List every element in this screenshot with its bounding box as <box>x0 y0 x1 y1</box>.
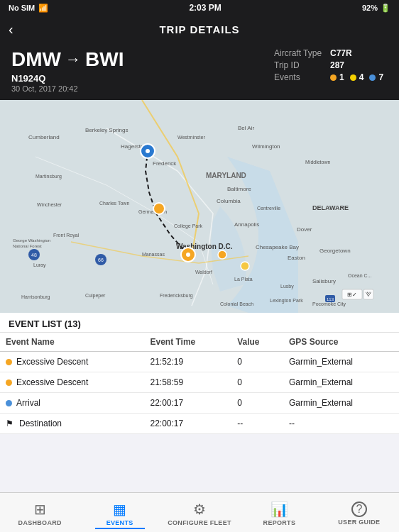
svg-text:Columbia: Columbia <box>217 198 241 204</box>
svg-text:DELAWARE: DELAWARE <box>312 204 349 211</box>
event-name-cell-2: Arrival <box>0 393 144 414</box>
svg-text:Georgetown: Georgetown <box>319 248 351 254</box>
nav-dashboard[interactable]: ⊞ DASHBOARD <box>0 497 80 529</box>
reports-icon: 📊 <box>270 501 288 518</box>
events-icon: ▦ <box>113 501 126 518</box>
configure-icon: ⚙ <box>193 501 206 518</box>
trip-id-row: Trip ID 287 <box>274 60 388 70</box>
svg-text:Westminster: Westminster <box>177 135 205 140</box>
scrollable-content[interactable]: EVENT LIST (13) Event Name Event Time Va… <box>0 313 399 492</box>
table-row: Excessive Descent21:52:190Garmin_Externa… <box>0 352 399 372</box>
col-gps-source: GPS Source <box>283 333 399 352</box>
nav-user-guide-label: USER GUIDE <box>338 519 380 526</box>
svg-text:Martinsburg: Martinsburg <box>35 174 62 179</box>
svg-text:Manassas: Manassas <box>142 252 165 257</box>
svg-point-53 <box>146 149 150 153</box>
svg-point-55 <box>218 250 226 259</box>
svg-text:Bel Air: Bel Air <box>238 125 254 131</box>
svg-text:Lusby: Lusby <box>280 284 294 289</box>
orange-count: 1 <box>339 72 344 82</box>
svg-text:Baltimore: Baltimore <box>227 186 251 192</box>
event-list-section: EVENT LIST (13) Event Name Event Time Va… <box>0 313 399 434</box>
flag-icon: ⚑ <box>6 419 13 428</box>
battery-label: 92% <box>362 4 378 12</box>
event-name-text-0: Excessive Descent <box>16 357 88 367</box>
svg-text:Culpeper: Culpeper <box>85 293 106 299</box>
event-name-cell-3: ⚑Destination <box>0 414 144 434</box>
event-name-wrapper-1: Excessive Descent <box>6 377 138 387</box>
events-dots: 1 4 7 <box>330 72 383 82</box>
back-button[interactable]: ‹ <box>9 21 13 38</box>
svg-text:Ocean C...: Ocean C... <box>348 273 372 278</box>
yellow-dot <box>350 74 356 81</box>
svg-text:Colonial Beach: Colonial Beach <box>220 301 253 306</box>
svg-text:Charles Town: Charles Town <box>99 201 129 206</box>
svg-text:Berkeley Springs: Berkeley Springs <box>85 127 128 133</box>
nav-reports[interactable]: 📊 REPORTS <box>239 497 319 529</box>
event-time-0: 21:52:19 <box>144 352 231 372</box>
battery-icon: 🔋 <box>381 4 390 13</box>
col-value: Value <box>231 333 283 352</box>
trip-id-label: Trip ID <box>274 60 327 70</box>
event-gps-0: Garmin_External <box>283 352 399 372</box>
svg-text:Easton: Easton <box>288 255 305 261</box>
trip-date: 30 Oct, 2017 20:42 <box>11 84 266 93</box>
aircraft-type-row: Aircraft Type C77R <box>274 48 388 58</box>
nav-reports-label: REPORTS <box>263 519 296 526</box>
table-row: ⚑Destination22:00:17---- <box>0 414 399 434</box>
svg-text:Salisbury: Salisbury <box>312 278 336 284</box>
event-name-cell-1: Excessive Descent <box>0 372 144 393</box>
trip-info: DMW → BWI N1924Q 30 Oct, 2017 20:42 Airc… <box>0 43 399 100</box>
svg-text:George Washington: George Washington <box>13 238 50 243</box>
event-value-3: -- <box>231 414 283 434</box>
svg-text:National Forest: National Forest <box>13 244 42 248</box>
event-name-text-2: Arrival <box>16 398 40 408</box>
nav-events-label: EVENTS <box>106 519 133 526</box>
event-list-header: EVENT LIST (13) <box>0 313 399 333</box>
aircraft-type-value: C77R <box>330 48 352 58</box>
event-value-2: 0 <box>231 393 283 414</box>
user-guide-icon: ? <box>351 501 367 517</box>
blue-dot <box>369 74 376 81</box>
trip-left: DMW → BWI N1924Q 30 Oct, 2017 20:42 <box>11 48 266 93</box>
svg-text:Frederick: Frederick <box>153 160 177 167</box>
event-gps-1: Garmin_External <box>283 372 399 393</box>
aircraft-type-label: Aircraft Type <box>274 48 327 58</box>
map-container[interactable]: Cumberland Berkeley Springs Hagerstown F… <box>0 100 399 313</box>
svg-text:Fredericksburg: Fredericksburg <box>160 293 193 299</box>
svg-text:La Plata: La Plata <box>234 277 253 282</box>
svg-text:Cumberland: Cumberland <box>28 134 60 140</box>
svg-text:Luray: Luray <box>33 262 46 268</box>
status-time: 2:03 PM <box>189 3 221 13</box>
event-name-wrapper-0: Excessive Descent <box>6 357 138 367</box>
svg-text:⩔: ⩔ <box>365 290 372 298</box>
main-content: DMW → BWI N1924Q 30 Oct, 2017 20:42 Airc… <box>0 43 399 492</box>
event-time-1: 21:58:59 <box>144 372 231 393</box>
svg-text:⊞✓: ⊞✓ <box>347 292 357 298</box>
svg-text:Winchester: Winchester <box>37 202 62 207</box>
svg-text:113: 113 <box>327 297 334 301</box>
event-dot-0 <box>6 359 12 365</box>
event-name-cell-0: Excessive Descent <box>0 352 144 372</box>
status-bar: No SIM 📶 2:03 PM 92% 🔋 <box>0 0 399 16</box>
svg-text:Centreville: Centreville <box>257 206 280 211</box>
nav-user-guide[interactable]: ? USER GUIDE <box>319 497 399 528</box>
svg-text:Waldorf: Waldorf <box>195 270 212 275</box>
events-label: Events <box>274 72 327 82</box>
svg-text:Annapolis: Annapolis <box>234 221 259 228</box>
svg-text:Pocomoke City: Pocomoke City <box>312 301 346 307</box>
svg-point-58 <box>186 253 190 257</box>
nav-events[interactable]: ▦ EVENTS <box>80 497 159 529</box>
status-right: 92% 🔋 <box>362 4 390 13</box>
trip-origin: DMW <box>11 48 61 71</box>
nav-configure-fleet[interactable]: ⚙ CONFIGURE FLEET <box>160 497 239 529</box>
event-name-wrapper-2: Arrival <box>6 398 138 408</box>
svg-text:Middletown: Middletown <box>305 160 331 165</box>
wifi-icon: 📶 <box>38 4 48 13</box>
svg-text:48: 48 <box>31 253 37 257</box>
orange-dot <box>330 74 337 81</box>
table-header-row: Event Name Event Time Value GPS Source <box>0 333 399 352</box>
carrier-label: No SIM <box>9 4 35 12</box>
yellow-count: 4 <box>359 72 364 82</box>
nav-configure-label: CONFIGURE FLEET <box>168 519 231 526</box>
